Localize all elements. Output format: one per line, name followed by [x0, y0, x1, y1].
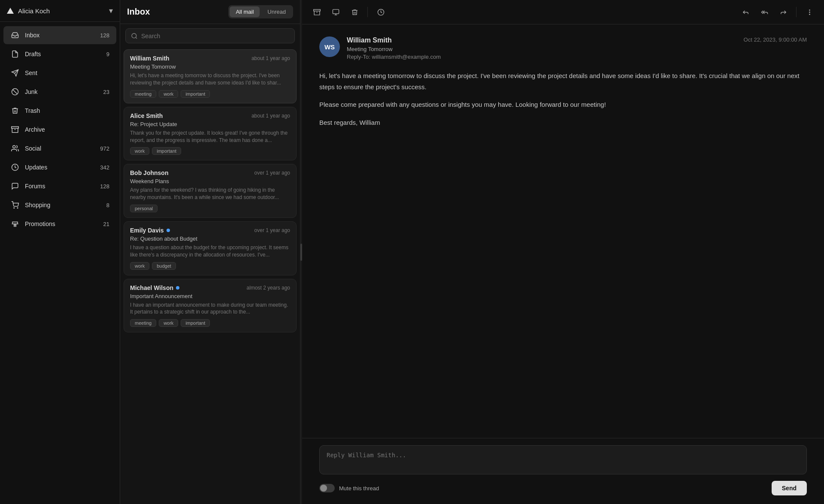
email-list-header: Inbox All mail Unread [120, 0, 300, 24]
tag: meeting [130, 90, 156, 98]
tag: important [152, 147, 181, 155]
sidebar: Alicia Koch ▾ Inbox 128 Drafts 9 Sent [0, 0, 120, 504]
svg-point-18 [809, 14, 809, 14]
sidebar-badge-drafts: 9 [97, 51, 109, 57]
tag: work [159, 319, 178, 327]
email-tags: meeting work important [130, 90, 290, 98]
sidebar-item-junk[interactable]: Junk 23 [3, 83, 116, 101]
unread-indicator [176, 286, 179, 290]
sidebar-badge-inbox: 128 [97, 32, 109, 39]
email-item-header: Michael Wilson almost 2 years ago [130, 284, 290, 291]
email-body-paragraph-1: Hi, let's have a meeting tomorrow to dis… [319, 70, 807, 92]
reply-button[interactable] [738, 4, 753, 20]
list-item[interactable]: Bob Johnson over 1 year ago Weekend Plan… [124, 164, 297, 218]
email-preview: Hi, let's have a meeting tomorrow to dis… [130, 72, 290, 87]
sidebar-item-shopping[interactable]: Shopping 8 [3, 196, 116, 214]
list-item[interactable]: Alice Smith about 1 year ago Re: Project… [124, 107, 297, 161]
account-info: Alicia Koch [7, 7, 50, 15]
sidebar-label-archive: Archive [25, 126, 97, 133]
delete-button[interactable] [347, 4, 362, 20]
sidebar-item-social[interactable]: Social 972 [3, 139, 116, 157]
tag: important [181, 90, 210, 98]
email-preview: Any plans for the weekend? I was thinkin… [130, 187, 290, 201]
forward-button[interactable] [776, 4, 791, 20]
sidebar-item-inbox[interactable]: Inbox 128 [3, 26, 116, 44]
avatar: WS [319, 36, 340, 57]
email-tags: work budget [130, 262, 290, 270]
send-button[interactable]: Send [772, 481, 807, 495]
toggle-thumb [320, 485, 327, 492]
trash-icon [10, 106, 20, 115]
tag: important [181, 319, 210, 327]
panel-divider[interactable] [300, 0, 302, 504]
search-icon [131, 32, 138, 39]
email-sender-name: Emily Davis [130, 227, 164, 234]
archive-button[interactable] [309, 4, 324, 20]
email-item-header: Alice Smith about 1 year ago [130, 112, 290, 119]
svg-point-9 [17, 208, 18, 208]
archive-icon [10, 125, 20, 134]
chevron-down-icon: ▾ [109, 6, 113, 15]
account-icon [7, 8, 14, 14]
sidebar-item-updates[interactable]: Updates 342 [3, 158, 116, 176]
svg-line-3 [13, 90, 18, 94]
email-from-name: William Smith [347, 36, 737, 44]
email-list: William Smith about 1 year ago Meeting T… [120, 48, 300, 504]
tab-all-mail[interactable]: All mail [230, 6, 260, 17]
search-input[interactable] [141, 33, 289, 39]
tab-group: All mail Unread [228, 5, 293, 18]
reply-area: Mute this thread Send [302, 438, 824, 504]
account-switcher[interactable]: Alicia Koch ▾ [0, 0, 120, 22]
email-item-header: William Smith about 1 year ago [130, 55, 290, 62]
email-preview: I have a question about the budget for t… [130, 244, 290, 259]
sidebar-item-promotions[interactable]: Promotions 21 [3, 215, 116, 233]
updates-icon [10, 163, 20, 172]
email-meta-info: William Smith Meeting Tomorrow Reply-To:… [347, 36, 737, 60]
inbox-icon [10, 30, 20, 40]
drafts-icon [10, 49, 20, 59]
reply-all-button[interactable] [757, 4, 772, 20]
spam-button[interactable] [328, 4, 343, 20]
mute-toggle[interactable] [319, 484, 335, 492]
email-sender: Alice Smith [130, 112, 163, 119]
list-item[interactable]: William Smith about 1 year ago Meeting T… [124, 49, 297, 103]
detail-toolbar [302, 0, 824, 24]
junk-icon [10, 87, 20, 97]
email-reply-to: Reply-To: williamsmith@example.com [347, 54, 737, 60]
mute-toggle-row: Mute this thread [319, 484, 379, 492]
sidebar-label-sent: Sent [25, 69, 97, 76]
svg-line-11 [136, 37, 137, 39]
sidebar-item-drafts[interactable]: Drafts 9 [3, 45, 116, 63]
sidebar-badge-social: 972 [97, 145, 109, 152]
sidebar-item-trash[interactable]: Trash [3, 102, 116, 120]
more-options-button[interactable] [802, 4, 817, 20]
sidebar-label-drafts: Drafts [25, 51, 97, 57]
mute-label: Mute this thread [339, 485, 379, 492]
email-date: Oct 22, 2023, 9:00:00 AM [744, 36, 807, 43]
sidebar-item-sent[interactable]: Sent [3, 64, 116, 82]
sidebar-badge-forums: 128 [97, 183, 109, 190]
list-item[interactable]: Michael Wilson almost 2 years ago Import… [124, 279, 297, 333]
tab-unread[interactable]: Unread [261, 6, 292, 17]
sidebar-badge-shopping: 8 [97, 202, 109, 208]
tag: budget [152, 262, 176, 270]
sidebar-label-junk: Junk [25, 88, 97, 95]
search-bar[interactable] [125, 28, 295, 43]
sidebar-item-archive[interactable]: Archive [3, 121, 116, 139]
sidebar-badge-junk: 23 [97, 89, 109, 95]
email-sender: Bob Johnson [130, 169, 168, 176]
email-body: Hi, let's have a meeting tomorrow to dis… [319, 70, 807, 128]
snooze-button[interactable] [373, 4, 388, 20]
reply-input[interactable] [319, 445, 807, 474]
sidebar-item-forums[interactable]: Forums 128 [3, 177, 116, 195]
sidebar-badge-promotions: 21 [97, 221, 109, 227]
email-time: about 1 year ago [251, 113, 290, 119]
email-time: over 1 year ago [254, 170, 290, 176]
svg-rect-12 [313, 9, 320, 11]
list-item[interactable]: Emily Davis over 1 year ago Re: Question… [124, 221, 297, 275]
email-item-header: Bob Johnson over 1 year ago [130, 169, 290, 176]
sent-icon [10, 68, 20, 78]
email-preview: I have an important announcement to make… [130, 302, 290, 316]
reply-footer: Mute this thread Send [319, 481, 807, 495]
email-tags: work important [130, 147, 290, 155]
